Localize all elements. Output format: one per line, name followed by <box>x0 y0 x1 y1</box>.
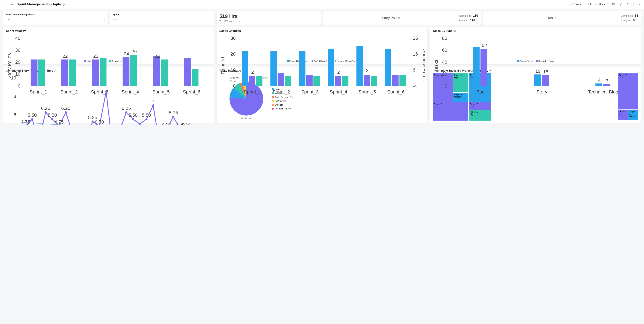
svg-text:16: 16 <box>413 51 418 57</box>
svg-text:30: 30 <box>15 47 20 53</box>
legend-item: On Hold <box>272 104 294 106</box>
info-icon[interactable]: i <box>27 30 29 32</box>
svg-text:40: 40 <box>442 59 447 65</box>
svg-text:Sprint_6: Sprint_6 <box>387 89 404 94</box>
svg-text:8.50: 8.50 <box>95 119 104 125</box>
svg-point-6 <box>640 4 640 4</box>
svg-rect-50 <box>270 51 277 86</box>
svg-text:5.50: 5.50 <box>28 112 37 118</box>
svg-text:0: 0 <box>445 83 447 89</box>
svg-point-130 <box>125 111 128 113</box>
svg-text:6.25: 6.25 <box>122 106 131 111</box>
info-icon[interactable]: i <box>62 3 64 5</box>
svg-rect-47 <box>249 76 255 86</box>
theme-button[interactable]: Theme <box>570 3 582 6</box>
svg-rect-68 <box>399 75 406 86</box>
svg-text:18: 18 <box>543 69 548 74</box>
filter-sprint-dropdown[interactable]: All ⌄ <box>112 17 211 22</box>
svg-text:Bug: Bug <box>476 89 485 94</box>
svg-point-0 <box>571 4 572 5</box>
page-title: Sprint Management in Agile i <box>16 2 64 6</box>
legend-item: In Progress <box>272 100 294 102</box>
svg-rect-86 <box>603 84 610 86</box>
svg-text:6.25: 6.25 <box>41 106 50 111</box>
svg-point-104 <box>31 118 33 120</box>
svg-text:30: 30 <box>230 35 236 41</box>
svg-text:Sprint_2: Sprint_2 <box>272 89 290 94</box>
svg-text:Technical Blog: Technical Blog <box>588 89 618 94</box>
svg-text:22: 22 <box>154 53 160 59</box>
kpi-storypoints-title: Story Points <box>326 16 456 20</box>
svg-rect-51 <box>278 73 284 86</box>
svg-rect-64 <box>371 76 377 86</box>
svg-point-125 <box>105 90 107 93</box>
filter-sprint-card: Sprint All ⌄ <box>110 11 214 25</box>
filter-projects-card: Select one or more projects All ⌄ <box>3 11 107 25</box>
link-icon[interactable] <box>618 2 623 6</box>
svg-text:40: 40 <box>15 35 20 41</box>
svg-rect-52 <box>285 76 291 86</box>
comment-icon[interactable] <box>611 2 616 6</box>
kpi-tasks-card: Tasks Completed83 Assigned89 <box>483 11 641 25</box>
info-icon[interactable]: i <box>454 30 456 32</box>
svg-point-3 <box>597 5 597 5</box>
treemap-cell[interactable]: Project EMedium <box>628 110 638 120</box>
treemap-cell[interactable]: Project ELow <box>618 110 628 120</box>
svg-point-5 <box>638 4 639 4</box>
svg-point-134 <box>139 123 141 125</box>
svg-rect-55 <box>306 75 312 86</box>
info-icon[interactable]: i <box>242 30 244 32</box>
filter-projects-dropdown[interactable]: All ⌄ <box>6 17 104 22</box>
tasks-by-type-chart: 020406080TasksBugStoryTechnical Blog6219… <box>433 34 638 98</box>
svg-text:20: 20 <box>15 59 20 65</box>
svg-rect-63 <box>364 75 370 86</box>
treemap-cell[interactable]: Project EHigh <box>469 110 491 121</box>
sprint-velocity-card: Sprint Velocityi 010203040Story PointsSp… <box>3 27 214 64</box>
svg-text:Added & Rem...: Added & Rem... <box>422 49 424 82</box>
svg-text:4.75: 4.75 <box>21 119 30 125</box>
svg-text:Sprint_3: Sprint_3 <box>301 89 319 94</box>
svg-rect-56 <box>314 76 320 86</box>
svg-rect-54 <box>299 51 305 86</box>
share-button[interactable]: Share <box>595 3 605 6</box>
svg-rect-80 <box>480 49 488 86</box>
svg-text:5.75: 5.75 <box>169 110 178 115</box>
svg-text:22: 22 <box>93 53 98 59</box>
svg-text:4.50: 4.50 <box>182 122 191 125</box>
scope-changes-chart: 0102030Planned-461626Added & Rem...Sprin… <box>220 34 425 98</box>
svg-rect-58 <box>328 49 334 86</box>
svg-text:Sprint_5: Sprint_5 <box>358 89 376 94</box>
treemap-cell[interactable]: Project CLow <box>469 102 491 110</box>
svg-point-110 <box>51 118 54 120</box>
star-icon[interactable] <box>10 2 14 6</box>
svg-text:4: 4 <box>598 77 601 83</box>
svg-text:62: 62 <box>482 43 487 48</box>
svg-text:2: 2 <box>251 69 254 75</box>
svg-text:5.50: 5.50 <box>48 112 57 118</box>
svg-rect-46 <box>242 51 248 86</box>
svg-point-2 <box>597 3 597 4</box>
svg-rect-67 <box>392 75 398 86</box>
svg-text:80: 80 <box>442 35 447 41</box>
treemap-cell[interactable]: Project BLow <box>433 102 468 121</box>
svg-text:10: 10 <box>11 75 16 80</box>
svg-rect-79 <box>473 47 480 86</box>
expand-icon[interactable] <box>626 2 630 6</box>
tasks-by-type-card: Tasks By Typei 020406080TasksBugStoryTec… <box>430 27 641 64</box>
kpi-hours-card: 519 Hrs Total Worked Hours <box>216 11 321 25</box>
filter-sprint-label: Sprint <box>112 13 211 16</box>
completed-over-time-card: Completed Story Points Over Timei 024681… <box>3 67 214 123</box>
more-icon[interactable] <box>636 2 641 6</box>
svg-text:22: 22 <box>62 53 68 59</box>
kpi-tasks-title: Tasks <box>486 16 618 20</box>
svg-text:8: 8 <box>14 94 16 99</box>
svg-text:24: 24 <box>124 51 129 56</box>
back-icon[interactable] <box>3 2 8 6</box>
svg-text:4.50: 4.50 <box>162 122 171 125</box>
chevron-down-icon: ⌄ <box>208 18 210 21</box>
svg-rect-48 <box>256 76 262 86</box>
svg-text:4.25: 4.25 <box>115 124 124 125</box>
svg-text:5.50: 5.50 <box>128 112 138 118</box>
svg-text:20: 20 <box>230 51 236 57</box>
edit-button[interactable]: Edit <box>584 3 592 6</box>
